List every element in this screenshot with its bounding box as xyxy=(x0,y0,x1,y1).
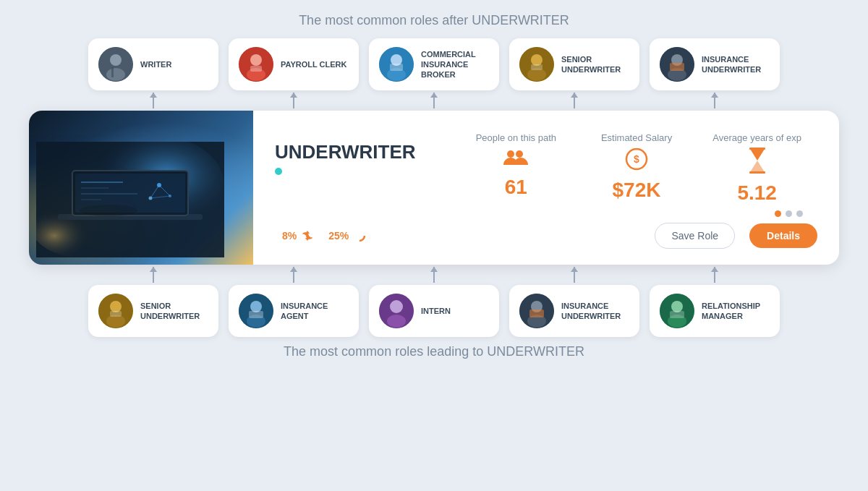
role-name-insurance-uw-top: INSURANCE UNDERWRITER xyxy=(702,54,770,75)
dot-3[interactable] xyxy=(796,210,803,217)
circle-value: 25% xyxy=(328,230,349,242)
svg-rect-53 xyxy=(249,311,263,318)
svg-point-36 xyxy=(80,205,137,216)
main-card-top: UNDERWRITER People on this path xyxy=(275,127,817,205)
stat-col-exp: Average years of exp 5.12 xyxy=(697,127,817,205)
role-card-payroll-clerk[interactable]: PAYROLL CLERK xyxy=(229,38,359,90)
dot-2[interactable] xyxy=(786,210,792,217)
main-card-content: UNDERWRITER People on this path xyxy=(253,111,839,265)
insurance-uw2-avatar-svg xyxy=(519,294,554,328)
carousel-dots xyxy=(775,210,803,217)
arrow-up-2 xyxy=(293,93,294,108)
role-avatar-payroll xyxy=(239,47,273,82)
underwriter-title: UNDERWRITER xyxy=(275,141,456,163)
metric-recycle: 8% xyxy=(282,229,314,242)
main-card-image xyxy=(29,111,253,265)
svg-marker-42 xyxy=(750,161,765,172)
people-icon xyxy=(503,148,528,171)
role-avatar-senior-uw xyxy=(519,47,554,82)
role-avatar-intern xyxy=(379,294,414,328)
online-dot xyxy=(275,168,282,175)
role-name-writer: WRITER xyxy=(140,59,171,69)
top-section-title: The most common roles after UNDERWRITER xyxy=(299,13,569,28)
writer-avatar-svg xyxy=(98,47,133,82)
role-card-commercial-broker[interactable]: COMMERCIAL INSURANCE BROKER xyxy=(369,38,499,90)
role-card-senior-uw-bottom[interactable]: SENIOR UNDERWRITER xyxy=(88,285,218,337)
metric-circle: 25% xyxy=(328,229,366,242)
svg-rect-3 xyxy=(111,67,114,77)
svg-text:$: $ xyxy=(634,153,639,165)
main-card-bottom: 8% 25% Save Role Details xyxy=(275,217,817,249)
role-card-intern[interactable]: INTERN xyxy=(369,285,499,337)
role-card-insurance-agent[interactable]: INSURANCE AGENT xyxy=(229,285,359,337)
arrow-col-b5 xyxy=(650,267,780,283)
svg-point-62 xyxy=(671,301,683,312)
details-button[interactable]: Details xyxy=(749,223,817,248)
arrow-up-b3 xyxy=(433,267,435,283)
role-card-insurance-uw-bottom[interactable]: INSURANCE UNDERWRITER xyxy=(509,285,639,337)
role-name-intern: INTERN xyxy=(421,306,451,316)
arrow-up-b1 xyxy=(153,267,154,283)
arrow-col-b4 xyxy=(509,267,639,283)
role-name-payroll: PAYROLL CLERK xyxy=(281,59,346,69)
role-avatar-senior-uw-bottom xyxy=(98,294,133,328)
arrow-col-1 xyxy=(88,93,218,108)
bottom-arrows-row xyxy=(29,265,839,285)
commercial-avatar-svg xyxy=(379,47,414,82)
stats-section: People on this path 61 xyxy=(456,127,817,205)
people-value: 61 xyxy=(505,176,527,199)
svg-rect-60 xyxy=(529,309,544,317)
exp-icon xyxy=(747,148,767,177)
payroll-avatar-svg xyxy=(239,47,273,82)
svg-point-2 xyxy=(106,68,125,81)
senior-uw-avatar-svg xyxy=(519,47,554,82)
top-arrows-row xyxy=(29,90,839,111)
svg-point-55 xyxy=(390,300,403,313)
recycle-icon xyxy=(301,229,314,242)
arrow-col-3 xyxy=(369,93,499,108)
top-roles-row: WRITER PAYROLL CLERK xyxy=(29,38,839,90)
role-name-insurance-uw-bottom: INSURANCE UNDERWRITER xyxy=(561,301,629,322)
save-role-button[interactable]: Save Role xyxy=(655,223,735,249)
svg-rect-44 xyxy=(749,171,765,174)
svg-point-1 xyxy=(110,54,122,66)
laptop-illustration xyxy=(36,142,224,257)
arrow-up-b2 xyxy=(293,267,294,283)
relationship-avatar-svg xyxy=(660,294,694,328)
role-avatar-commercial xyxy=(379,47,414,82)
recycle-value: 8% xyxy=(282,230,297,242)
role-avatar-relationship xyxy=(660,294,694,328)
agent-avatar-svg xyxy=(239,294,273,328)
arrow-up-4 xyxy=(574,93,575,108)
arrow-up-3 xyxy=(433,93,435,108)
dot-1[interactable] xyxy=(775,210,781,217)
arrow-col-2 xyxy=(229,93,359,108)
insurance-uw-avatar-svg xyxy=(660,47,694,82)
role-name-commercial: COMMERCIAL INSURANCE BROKER xyxy=(421,49,489,80)
people-label: People on this path xyxy=(476,132,556,143)
role-card-writer[interactable]: WRITER xyxy=(88,38,218,90)
role-card-relationship-manager[interactable]: RELATIONSHIP MANAGER xyxy=(650,285,780,337)
arrow-col-5 xyxy=(650,93,780,108)
svg-rect-19 xyxy=(670,63,684,71)
salary-value: $72K xyxy=(613,179,661,202)
svg-rect-11 xyxy=(390,64,403,71)
svg-rect-64 xyxy=(670,311,684,318)
role-name-senior-uw-top: SENIOR UNDERWRITER xyxy=(561,54,629,75)
role-name-relationship: RELATIONSHIP MANAGER xyxy=(702,301,770,322)
arrow-col-4 xyxy=(509,93,639,108)
svg-rect-49 xyxy=(110,311,122,317)
role-name-senior-uw-bottom: SENIOR UNDERWRITER xyxy=(140,301,208,322)
role-card-insurance-underwriter-top[interactable]: INSURANCE UNDERWRITER xyxy=(650,38,780,90)
circle-chart-icon xyxy=(353,229,366,242)
arrow-up-b4 xyxy=(574,267,575,283)
svg-point-47 xyxy=(110,301,122,312)
bottom-section-title: The most common roles leading to UNDERWR… xyxy=(284,344,584,359)
svg-point-13 xyxy=(531,54,542,66)
role-card-senior-underwriter-top[interactable]: SENIOR UNDERWRITER xyxy=(509,38,639,90)
stat-col-people: People on this path 61 xyxy=(456,127,576,205)
svg-point-38 xyxy=(516,150,523,158)
card-bottom-metrics: 8% 25% xyxy=(275,229,640,242)
salary-label: Estimated Salary xyxy=(601,132,672,143)
arrow-up-b5 xyxy=(714,267,715,283)
